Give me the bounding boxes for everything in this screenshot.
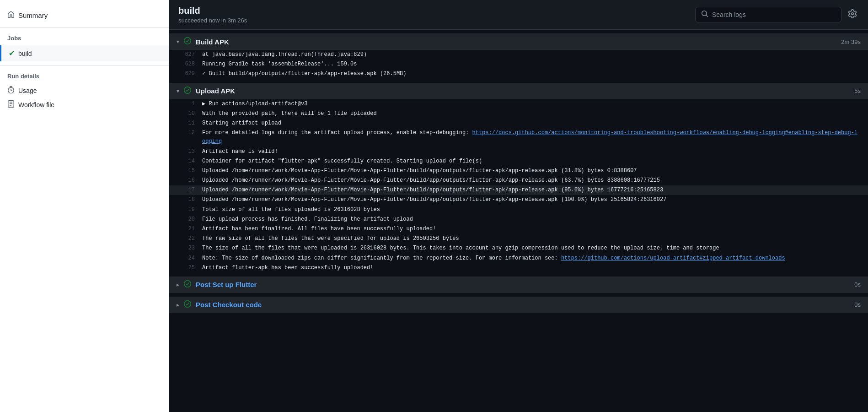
line-content: Starting artifact upload — [202, 119, 861, 128]
log-line: 627 at java.base/java.lang.Thread.run(Th… — [169, 50, 868, 60]
line-content: File upload process has finished. Finali… — [202, 215, 861, 224]
log-line: 25Artifact flutter-apk has been successf… — [169, 263, 868, 273]
log-line: 16Uploaded /home/runner/work/Movie-App-F… — [169, 176, 868, 185]
check-icon-build: ✔ — [9, 49, 15, 58]
log-line: 628Running Gradle task 'assembleRelease'… — [169, 60, 868, 69]
log-line: 11Starting artifact upload — [169, 119, 868, 128]
section-header-build-apk[interactable]: ▾ Build APK 2m 39s — [169, 33, 868, 50]
sidebar: Summary Jobs ✔ build Run details Usage W… — [0, 0, 169, 412]
log-line: 12For more detailed logs during the arti… — [169, 128, 868, 146]
sidebar-job-build-label: build — [18, 50, 32, 57]
line-content: Artifact has been finalized. All files h… — [202, 225, 861, 233]
line-content: ✓ Built build/app/outputs/flutter-apk/ap… — [202, 70, 861, 78]
run-details-label: Run details — [0, 69, 169, 83]
home-icon — [7, 11, 15, 20]
debug-log-link[interactable]: https://docs.github.com/actions/monitori… — [202, 130, 857, 145]
search-icon — [701, 10, 708, 19]
section-title-upload-apk: Upload APK — [196, 87, 850, 95]
search-logs-input[interactable] — [712, 11, 836, 18]
divider-1 — [0, 27, 169, 27]
build-title: build — [178, 5, 247, 16]
line-number: 23 — [177, 244, 195, 253]
line-number: 14 — [177, 157, 195, 166]
jobs-label: Jobs — [0, 31, 169, 45]
sidebar-job-build[interactable]: ✔ build — [0, 45, 169, 61]
chevron-icon-post-setup-flutter: ▸ — [177, 282, 179, 288]
line-content: Note: The size of downloaded zips can di… — [202, 254, 861, 263]
log-line: 17Uploaded /home/runner/work/Movie-App-F… — [169, 185, 868, 195]
workflow-file-label: Workflow file — [18, 101, 54, 108]
search-logs-container[interactable] — [695, 7, 841, 22]
log-line: 13Artifact name is valid! — [169, 147, 868, 157]
line-number: 627 — [177, 50, 195, 59]
log-line: 629✓ Built build/app/outputs/flutter-apk… — [169, 69, 868, 79]
line-number: 22 — [177, 234, 195, 243]
line-content: ▶ Run actions/upload-artifact@v3 — [202, 100, 861, 108]
settings-button[interactable] — [846, 7, 859, 22]
workflow-icon — [7, 100, 15, 109]
line-number: 15 — [177, 167, 195, 175]
chevron-icon-build-apk: ▾ — [177, 38, 179, 45]
chevron-icon-upload-apk: ▾ — [177, 88, 179, 94]
line-content: Uploaded /home/runner/work/Movie-App-Flu… — [202, 195, 861, 204]
section-header-post-setup-flutter[interactable]: ▸ Post Set up Flutter 0s — [169, 276, 868, 293]
section-duration-post-checkout-code: 0s — [854, 301, 861, 308]
log-sections: ▾ Build APK 2m 39s 627 at java.base/java… — [169, 30, 868, 317]
line-number: 10 — [177, 109, 195, 118]
line-content: Artifact name is valid! — [202, 147, 861, 156]
line-content: The size of all the files that were uplo… — [202, 244, 861, 253]
log-line: 1▶ Run actions/upload-artifact@v3 — [169, 99, 868, 109]
log-line: 10With the provided path, there will be … — [169, 109, 868, 119]
sidebar-summary-label: Summary — [18, 11, 48, 19]
section-header-upload-apk[interactable]: ▾ Upload APK 5s — [169, 83, 868, 99]
line-content: at java.base/java.lang.Thread.run(Thread… — [202, 50, 861, 59]
section-title-post-checkout-code: Post Checkout code — [196, 301, 850, 309]
usage-label: Usage — [18, 87, 37, 94]
section-duration-upload-apk: 5s — [854, 87, 861, 94]
sidebar-item-workflow-file[interactable]: Workflow file — [0, 98, 169, 112]
stopwatch-icon — [7, 86, 15, 95]
line-number: 25 — [177, 264, 195, 272]
line-number: 1 — [177, 100, 195, 108]
line-content: Total size of all the files uploaded is … — [202, 206, 861, 214]
line-content: The raw size of all the files that were … — [202, 234, 861, 243]
log-lines-upload-apk: 1▶ Run actions/upload-artifact@v310With … — [169, 99, 868, 273]
line-number: 24 — [177, 254, 195, 263]
line-number: 629 — [177, 70, 195, 78]
log-lines-build-apk: 627 at java.base/java.lang.Thread.run(Th… — [169, 50, 868, 79]
line-content: Artifact flutter-apk has been successful… — [202, 264, 861, 272]
line-number: 18 — [177, 195, 195, 204]
line-number: 13 — [177, 147, 195, 156]
log-line: 24Note: The size of downloaded zips can … — [169, 254, 868, 263]
log-line: 23The size of all the files that were up… — [169, 244, 868, 253]
sidebar-item-usage[interactable]: Usage — [0, 83, 169, 98]
line-content: Running Gradle task 'assembleRelease'...… — [202, 60, 861, 69]
header-right — [695, 7, 859, 22]
divider-2 — [0, 65, 169, 65]
check-circle-post-checkout-code — [184, 300, 191, 309]
line-content: For more detailed logs during the artifa… — [202, 129, 861, 146]
line-number: 21 — [177, 225, 195, 233]
chevron-icon-post-checkout-code: ▸ — [177, 302, 179, 308]
line-number: 12 — [177, 129, 195, 137]
sidebar-item-summary[interactable]: Summary — [0, 7, 169, 23]
section-title-build-apk: Build APK — [196, 38, 836, 46]
check-circle-build-apk — [184, 37, 191, 46]
line-content: Uploaded /home/runner/work/Movie-App-Flu… — [202, 167, 861, 175]
check-circle-post-setup-flutter — [184, 280, 191, 289]
log-section-build-apk: ▾ Build APK 2m 39s 627 at java.base/java… — [169, 33, 868, 79]
log-line: 15Uploaded /home/runner/work/Movie-App-F… — [169, 166, 868, 176]
line-number: 17 — [177, 186, 195, 195]
log-line: 19Total size of all the files uploaded i… — [169, 205, 868, 215]
artifact-link[interactable]: https://github.com/actions/upload-artifa… — [561, 255, 785, 261]
log-line: 21Artifact has been finalized. All files… — [169, 224, 868, 234]
log-line: 18Uploaded /home/runner/work/Movie-App-F… — [169, 195, 868, 205]
log-section-upload-apk: ▾ Upload APK 5s 1▶ Run actions/upload-ar… — [169, 83, 868, 273]
log-line: 14Container for artifact "flutter-apk" s… — [169, 157, 868, 166]
section-header-post-checkout-code[interactable]: ▸ Post Checkout code 0s — [169, 297, 868, 313]
log-line: 20File upload process has finished. Fina… — [169, 215, 868, 224]
section-duration-post-setup-flutter: 0s — [854, 281, 861, 288]
header-left: build succeeded now in 3m 26s — [178, 5, 247, 24]
line-content: Container for artifact "flutter-apk" suc… — [202, 157, 861, 166]
main-content: build succeeded now in 3m 26s ▾ — [169, 0, 868, 412]
